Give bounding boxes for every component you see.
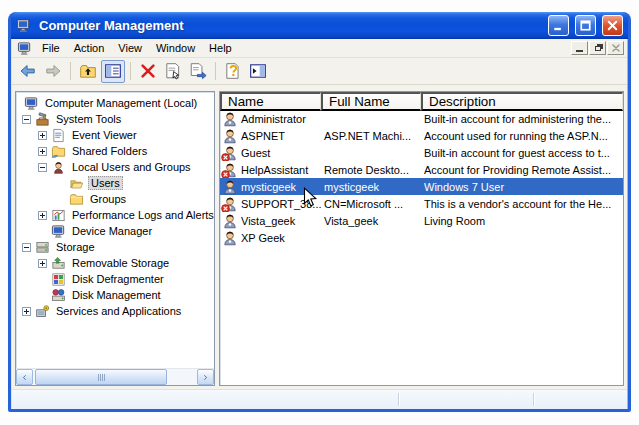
expand-icon[interactable] bbox=[38, 211, 47, 220]
tree-item-computer-management[interactable]: Computer Management (Local) bbox=[16, 95, 214, 111]
cell-name: Guest bbox=[241, 147, 270, 159]
users-groups-icon bbox=[51, 160, 66, 175]
tree-item-local-users-and-groups[interactable]: Local Users and Groups bbox=[16, 159, 214, 175]
tree-item-label: Services and Applications bbox=[54, 305, 183, 317]
menu-view[interactable]: View bbox=[111, 40, 149, 56]
tree-item-groups[interactable]: Groups bbox=[16, 191, 214, 207]
horizontal-scrollbar[interactable] bbox=[16, 368, 214, 385]
performance-icon bbox=[51, 208, 66, 223]
help-button[interactable] bbox=[221, 60, 245, 83]
collapse-icon[interactable] bbox=[38, 163, 47, 172]
collapse-icon[interactable] bbox=[22, 243, 31, 252]
scroll-left-button[interactable] bbox=[16, 369, 33, 385]
menu-help[interactable]: Help bbox=[202, 40, 239, 56]
expand-icon[interactable] bbox=[38, 147, 47, 156]
user-icon bbox=[222, 213, 238, 229]
menu-bar: File Action View Window Help bbox=[12, 39, 627, 58]
back-button[interactable] bbox=[16, 60, 40, 83]
cell-full-name: Vista_geek bbox=[321, 215, 421, 227]
close-icon bbox=[605, 18, 620, 33]
cell-description: This is a vendor's account for the He... bbox=[421, 198, 623, 210]
cell-name: HelpAssistant bbox=[241, 164, 308, 176]
collapse-icon[interactable] bbox=[22, 115, 31, 124]
tree-item-services-and-applications[interactable]: Services and Applications bbox=[16, 303, 214, 319]
status-separator bbox=[398, 393, 399, 406]
console-tree-panel: Computer Management (Local) System Tools… bbox=[15, 91, 215, 386]
cell-description: Living Room bbox=[421, 215, 623, 227]
user-disabled-icon bbox=[222, 196, 238, 212]
minimize-button[interactable] bbox=[548, 15, 569, 36]
show-pane-button[interactable] bbox=[246, 60, 270, 83]
tree-item-shared-folders[interactable]: Shared Folders bbox=[16, 143, 214, 159]
mdi-system-icon[interactable] bbox=[17, 41, 32, 56]
tree-item-event-viewer[interactable]: Event Viewer bbox=[16, 127, 214, 143]
chevron-right-icon bbox=[202, 374, 209, 381]
mdi-restore-button[interactable] bbox=[589, 41, 606, 55]
column-header-name[interactable]: Name bbox=[220, 92, 321, 111]
users-list-panel: Name Full Name Description Administrator… bbox=[219, 91, 624, 386]
forward-button[interactable] bbox=[41, 60, 65, 83]
maximize-button[interactable] bbox=[575, 15, 596, 36]
tree-item-device-manager[interactable]: Device Manager bbox=[16, 223, 214, 239]
scrollbar-thumb[interactable] bbox=[35, 369, 167, 385]
cell-full-name: mysticgeek bbox=[321, 181, 421, 193]
user-icon bbox=[222, 128, 238, 144]
tree-item-performance-logs[interactable]: Performance Logs and Alerts bbox=[16, 207, 214, 223]
menu-action[interactable]: Action bbox=[67, 40, 112, 56]
export-list-button[interactable] bbox=[186, 60, 210, 83]
table-row-xp-geek[interactable]: XP Geek bbox=[220, 229, 623, 246]
tree-item-storage[interactable]: Storage bbox=[16, 239, 214, 255]
column-header-description[interactable]: Description bbox=[421, 92, 623, 111]
expand-icon[interactable] bbox=[38, 259, 47, 268]
expand-icon[interactable] bbox=[38, 131, 47, 140]
delete-button[interactable] bbox=[136, 60, 160, 83]
up-one-level-button[interactable] bbox=[76, 60, 100, 83]
mdi-minimize-button[interactable] bbox=[571, 41, 588, 55]
tree-item-users[interactable]: Users bbox=[16, 175, 214, 191]
computer-icon bbox=[16, 18, 31, 33]
table-row-helpassistant[interactable]: HelpAssistant Remote Deskto... Account f… bbox=[220, 161, 623, 178]
up-folder-icon bbox=[79, 62, 97, 80]
user-icon bbox=[222, 230, 238, 246]
table-row-vista-geek[interactable]: Vista_geek Vista_geek Living Room bbox=[220, 212, 623, 229]
toolbar bbox=[12, 58, 627, 85]
tree-item-label: Disk Defragmenter bbox=[70, 273, 166, 285]
table-row-administrator[interactable]: Administrator Built-in account for admin… bbox=[220, 110, 623, 127]
tree-item-removable-storage[interactable]: Removable Storage bbox=[16, 255, 214, 271]
folder-icon bbox=[69, 192, 84, 207]
tree-item-disk-defragmenter[interactable]: Disk Defragmenter bbox=[16, 271, 214, 287]
table-row-mysticgeek-selected[interactable]: mysticgeek mysticgeek Windows 7 User bbox=[220, 178, 623, 195]
cell-full-name: CN=Microsoft ... bbox=[321, 198, 421, 210]
menu-file[interactable]: File bbox=[35, 40, 67, 56]
table-row-aspnet[interactable]: ASPNET ASP.NET Machi... Account used for… bbox=[220, 127, 623, 144]
menu-window[interactable]: Window bbox=[149, 40, 202, 56]
mdi-close-icon bbox=[610, 42, 622, 54]
table-row-guest[interactable]: Guest Built-in account for guest access … bbox=[220, 144, 623, 161]
tree-item-label: Removable Storage bbox=[70, 257, 171, 269]
toolbar-separator bbox=[130, 62, 131, 80]
folder-open-icon bbox=[69, 176, 84, 191]
tree-item-label: Shared Folders bbox=[70, 145, 149, 157]
properties-button[interactable] bbox=[161, 60, 185, 83]
expand-icon[interactable] bbox=[22, 307, 31, 316]
tree-item-disk-management[interactable]: Disk Management bbox=[16, 287, 214, 303]
show-hide-console-tree-button[interactable] bbox=[101, 60, 125, 83]
cell-full-name: Remote Deskto... bbox=[321, 164, 421, 176]
tree-item-system-tools[interactable]: System Tools bbox=[16, 111, 214, 127]
minimize-icon bbox=[551, 18, 566, 33]
column-header-full-name[interactable]: Full Name bbox=[321, 92, 421, 111]
system-tools-icon bbox=[35, 112, 50, 127]
close-button[interactable] bbox=[602, 15, 623, 36]
cell-name: XP Geek bbox=[241, 232, 285, 244]
title-bar[interactable]: Computer Management bbox=[11, 12, 628, 39]
console-tree-icon bbox=[104, 62, 122, 80]
table-row-support[interactable]: SUPPORT_38... CN=Microsoft ... This is a… bbox=[220, 195, 623, 212]
scrollbar-track[interactable] bbox=[167, 369, 197, 385]
disk-management-icon bbox=[51, 288, 66, 303]
storage-icon bbox=[35, 240, 50, 255]
mdi-close-button[interactable] bbox=[607, 41, 624, 55]
properties-icon bbox=[164, 62, 182, 80]
user-disabled-icon bbox=[222, 162, 238, 178]
scroll-right-button[interactable] bbox=[197, 369, 214, 385]
user-icon bbox=[222, 111, 238, 127]
